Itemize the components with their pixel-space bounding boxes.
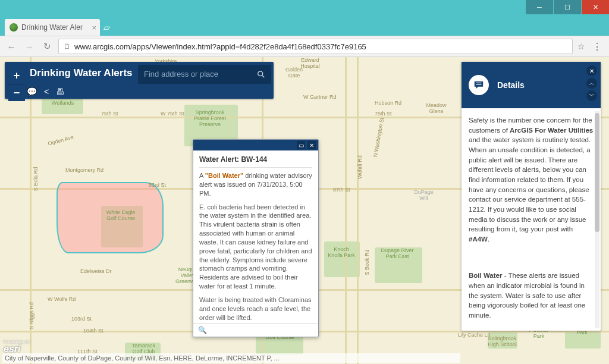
popup-footer: 🔍 <box>193 323 318 337</box>
popup-title: Water Alert: BW-144 <box>199 155 312 164</box>
details-hashtag: #A4W <box>469 236 488 243</box>
details-collapse-button[interactable]: ︿ <box>586 78 597 89</box>
road-label: Montgomery Rd <box>65 167 103 173</box>
road-label: Edelweiss Dr <box>80 268 112 274</box>
back-button[interactable]: ← <box>5 40 18 53</box>
share-button[interactable]: < <box>44 87 49 96</box>
browser-tab-strip: Drinking Water Aler × ▱ <box>0 18 609 36</box>
details-text: and the water system is routinely tested… <box>469 136 591 233</box>
road-label: 87th St <box>333 187 350 193</box>
popup-alert-type: "Boil Water" <box>205 172 243 179</box>
place-label: White Eagle Golf Course <box>106 209 136 221</box>
window-close-button[interactable]: ✕ <box>582 0 609 14</box>
road-label: 75th St <box>101 111 118 117</box>
new-tab-button[interactable]: ▱ <box>103 23 110 36</box>
window-title-bar: ─ ☐ ✕ <box>0 0 609 18</box>
road-label: W Wolfs Rd <box>48 296 76 302</box>
road <box>357 57 359 364</box>
details-bold: ArcGIS For Water Utilities <box>510 127 593 134</box>
search-input[interactable] <box>138 70 251 79</box>
popup-close-button[interactable]: ✕ <box>307 141 316 149</box>
place-label: Bolingbrook High School <box>483 335 522 347</box>
road-label: 104th St <box>83 328 103 334</box>
search-box <box>138 65 271 84</box>
road-label: 75th St <box>375 111 392 117</box>
popup-header: ▭ ✕ <box>193 140 318 150</box>
place-label: DuPage Will <box>410 189 437 201</box>
reload-button[interactable]: ↻ <box>40 40 54 53</box>
esri-text: esri <box>4 344 20 354</box>
scrollbar-thumb[interactable] <box>595 113 599 232</box>
details-close-button[interactable]: ✕ <box>586 65 597 76</box>
details-panel: Details ✕ ︿ ﹀ Safety is the number one c… <box>462 62 601 331</box>
app-header: Drinking Water Alerts ☰ 💬 < 🖶 <box>5 62 274 99</box>
place-label: Springbrook Prairie Forest Preserve <box>189 109 231 127</box>
road-label: 83rd St <box>149 182 166 188</box>
popup-paragraph: Water is being treated with Cloraminas a… <box>199 296 312 322</box>
bookmark-button[interactable]: ☆ <box>577 42 585 51</box>
road-label: W Gartner Rd <box>303 94 337 100</box>
popup-paragraph: E. coli bacteria had been detected in th… <box>199 203 312 291</box>
zoom-out-button[interactable]: − <box>8 84 25 101</box>
details-scrollbar[interactable] <box>595 111 599 328</box>
details-paragraph: Boil Water - These alerts are issued whe… <box>469 271 594 320</box>
road-label: S Eola Rd <box>33 167 39 192</box>
popup-maximize-button[interactable]: ▭ <box>297 141 305 149</box>
road-label: N Washington St <box>372 117 385 158</box>
road-label: Ogden Ave <box>47 134 74 146</box>
road <box>345 57 347 364</box>
details-body: Safety is the number one concern for the… <box>462 108 601 331</box>
map-viewport[interactable]: 75th St W 75th St 75th St Ogden Ave 83rd… <box>0 57 609 364</box>
layers-button[interactable]: 💬 <box>27 87 37 96</box>
place-label: Tamarack Golf Club <box>127 343 160 354</box>
details-expand-button[interactable]: ﹀ <box>586 90 597 101</box>
search-button[interactable] <box>251 65 271 84</box>
svg-line-1 <box>262 75 265 77</box>
browser-menu-button[interactable]: ⋮ <box>590 41 604 52</box>
globe-icon <box>10 23 18 32</box>
browser-tab[interactable]: Drinking Water Aler × <box>5 19 100 36</box>
details-header: Details ✕ ︿ ﹀ <box>462 62 601 108</box>
search-icon <box>257 70 265 79</box>
zoom-to-icon[interactable]: 🔍 <box>198 326 207 334</box>
details-bold: Boil Water <box>469 272 502 279</box>
place-label: Dupage River Park East <box>379 247 415 259</box>
road-label: Wehrli Rd <box>357 155 363 178</box>
road-label: 103rd St <box>71 316 92 322</box>
road-label: W 75th St <box>161 111 184 117</box>
details-icon <box>469 75 489 95</box>
place-label: Meadow Glens <box>420 102 453 114</box>
place-label: Golden Gate <box>281 67 307 79</box>
tab-close-button[interactable]: × <box>92 23 96 32</box>
esri-logo: POWERED BY esri <box>4 340 31 354</box>
zoom-controls: + − <box>8 68 25 101</box>
forward-button[interactable]: → <box>23 40 36 53</box>
zoom-in-button[interactable]: + <box>8 68 25 84</box>
page-icon: 🗋 <box>64 42 71 51</box>
chat-icon <box>473 80 484 90</box>
popup-lead: A "Boil Water" drinking water advisory a… <box>199 171 312 198</box>
details-paragraph: Safety is the number one concern for the… <box>469 115 594 244</box>
road-label: S Riggs Rd <box>29 302 34 330</box>
details-text: . <box>488 236 489 243</box>
road-label: Hobson Rd <box>375 100 401 106</box>
map-attribution: City of Naperville, County of DuPage, Co… <box>2 353 460 363</box>
details-title: Details <box>497 80 525 90</box>
svg-point-0 <box>258 71 263 76</box>
window-minimize-button[interactable]: ─ <box>526 0 553 14</box>
popup-lead-prefix: A <box>199 172 205 179</box>
tab-title: Drinking Water Aler <box>21 23 83 32</box>
url-input[interactable]: 🗋 www.arcgis.com/apps/Viewer/index.html?… <box>58 39 573 54</box>
place-label: Knoch Knolls Park <box>327 246 356 258</box>
app-title: Drinking Water Alerts <box>23 67 133 79</box>
window-maximize-button[interactable]: ☐ <box>554 0 581 14</box>
print-button[interactable]: 🖶 <box>56 87 64 96</box>
address-bar: ← → ↻ 🗋 www.arcgis.com/apps/Viewer/index… <box>0 36 609 57</box>
map-popup: ▭ ✕ Water Alert: BW-144 A "Boil Water" d… <box>193 139 319 337</box>
url-text: www.arcgis.com/apps/Viewer/index.html?ap… <box>74 42 366 51</box>
road-label: S Book Rd <box>364 249 370 275</box>
